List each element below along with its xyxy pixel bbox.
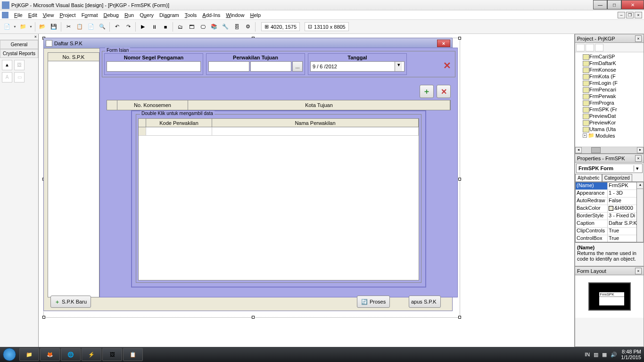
mdi-minimize[interactable]: –	[618, 12, 625, 18]
menu-run[interactable]: Run	[122, 11, 137, 19]
close-button[interactable]: ✕	[621, 0, 644, 9]
minimize-button[interactable]: —	[593, 0, 607, 9]
property-row[interactable]: BorderStyle3 - Fixed Di	[576, 213, 636, 220]
tree-item[interactable]: FrmSPK (Fr	[576, 106, 643, 113]
project-tree[interactable]: FrmCariSPFrmDaftarKFrmKonoseFrmKota (FFr…	[575, 52, 644, 147]
tb-redo[interactable]: ↷	[123, 22, 133, 32]
scroll-track[interactable]	[582, 147, 637, 153]
browse-button[interactable]: ...	[292, 61, 303, 72]
menu-project[interactable]: Project	[57, 11, 78, 19]
tb-toolbox[interactable]: 🔧	[220, 22, 231, 32]
vbform-window[interactable]: Daftar S.P.K × No. S.P.K Form Isian Nomo…	[43, 38, 453, 311]
scroll-right[interactable]: ▸	[637, 147, 644, 153]
tree-item[interactable]: FrmCariSP	[576, 53, 643, 60]
toolbox-tab-crystal[interactable]: Crystal Reports	[0, 49, 38, 58]
tb-copy[interactable]: 📋	[74, 22, 85, 32]
menu-edit[interactable]: Edit	[25, 11, 40, 19]
tool-label[interactable]: A	[2, 72, 12, 82]
spk-list[interactable]: No. S.P.K	[48, 52, 99, 297]
panel-close-icon[interactable]: ✕	[443, 60, 451, 71]
task-explorer[interactable]: 📁	[19, 348, 39, 361]
tray-volume-icon[interactable]: 🔊	[611, 352, 617, 358]
tb-properties[interactable]: 🗔	[186, 22, 197, 32]
menu-debug[interactable]: Debug	[100, 11, 121, 19]
menu-help[interactable]: Help	[247, 11, 264, 19]
tree-item[interactable]: FrmPencari	[576, 86, 643, 93]
tb-form-layout[interactable]: 🖵	[198, 22, 208, 32]
spk-baru-button[interactable]: ＋ S.P.K Baru	[50, 296, 91, 308]
property-row[interactable]: ClipControlsTrue	[576, 228, 636, 235]
input-nomor-segel[interactable]	[107, 61, 201, 72]
menu-window[interactable]: Window	[223, 11, 247, 19]
date-picker[interactable]: 9 / 6 /2012 ▾	[310, 61, 405, 72]
tool-picture[interactable]: 🖼	[14, 60, 25, 70]
tray-clock[interactable]: 8:48 PM 1/1/2015	[621, 349, 641, 360]
menu-view[interactable]: View	[40, 11, 57, 19]
form-close-button[interactable]: ×	[437, 40, 450, 47]
tb-stop[interactable]: ■	[160, 22, 171, 32]
tb-save[interactable]: 💾	[49, 22, 59, 32]
toggle-folders-button[interactable]	[595, 44, 603, 51]
task-chrome[interactable]: 🌐	[61, 348, 81, 361]
language-indicator[interactable]: IN	[585, 352, 590, 357]
task-vb[interactable]: 📋	[123, 348, 143, 361]
scroll-thumb[interactable]	[591, 147, 601, 153]
proses-button[interactable]: 🔄 Proses	[357, 296, 390, 308]
design-surface[interactable]: Daftar S.P.K × No. S.P.K Form Isian Nomo…	[39, 34, 574, 347]
property-row[interactable]: AutoRedrawFalse	[576, 197, 636, 205]
menu-diagram[interactable]: Diagram	[157, 11, 182, 19]
mdi-restore[interactable]: ❐	[626, 12, 634, 18]
tree-item[interactable]: FrmKota (F	[576, 73, 643, 80]
form-layout-close[interactable]: ×	[635, 268, 642, 274]
property-row[interactable]: Appearance1 - 3D	[576, 190, 636, 197]
tool-frame[interactable]: ▭	[14, 72, 25, 82]
start-button[interactable]	[0, 347, 19, 362]
tb-find[interactable]: 🔍	[97, 22, 107, 32]
task-winamp[interactable]: ⚡	[82, 348, 101, 361]
perwakilan-grid[interactable]: Kode Perwakilan Nama Perwakilan	[138, 118, 419, 280]
delete-button[interactable]: ✕	[437, 85, 451, 98]
tree-item[interactable]: Utama (Uta	[576, 126, 643, 132]
toolbox-tab-general[interactable]: General	[0, 40, 38, 49]
tree-item[interactable]: PreviewDat	[576, 113, 643, 119]
hapus-button[interactable]: apus S.P.K	[409, 296, 441, 308]
date-dropdown[interactable]: ▾	[395, 62, 402, 71]
tb-component[interactable]: ⚙	[243, 22, 253, 32]
property-row[interactable]: BackColor&H8000	[576, 205, 636, 213]
task-firefox[interactable]: 🦊	[40, 348, 60, 361]
tree-item[interactable]: FrmPerwak	[576, 93, 643, 99]
tb-open[interactable]: 📂	[37, 22, 48, 32]
menu-tools[interactable]: Tools	[182, 11, 200, 19]
menu-file[interactable]: File	[11, 11, 25, 19]
input-perwakilan-1[interactable]	[208, 61, 249, 72]
tb-project-explorer[interactable]: 🗂	[175, 22, 185, 32]
tree-item[interactable]: FrmKonose	[576, 66, 643, 73]
tray-flag-icon[interactable]: ▥	[594, 352, 598, 358]
tool-pointer[interactable]: ▲	[2, 60, 12, 70]
view-object-button[interactable]	[586, 44, 594, 51]
tree-item[interactable]: FrmDaftarK	[576, 60, 643, 66]
mdi-close[interactable]: ×	[635, 12, 642, 18]
tb-paste[interactable]: 📄	[86, 22, 96, 32]
tab-alphabetic[interactable]: Alphabetic	[575, 174, 602, 181]
tree-item[interactable]: FrmProgra	[576, 99, 643, 106]
property-row[interactable]: CaptionDaftar S.P.K	[576, 220, 636, 228]
tab-categorized[interactable]: Categorized	[602, 174, 632, 181]
maximize-button[interactable]: □	[607, 0, 621, 9]
tb-data-view[interactable]: 🗄	[231, 22, 242, 32]
system-menu-icon[interactable]	[2, 12, 8, 18]
add-button[interactable]: ＋	[420, 85, 434, 98]
object-selector[interactable]: FrmSPK Form ▾	[576, 164, 643, 173]
toolbox-close[interactable]: ×	[0, 34, 38, 40]
tb-object-browser[interactable]: 📚	[209, 22, 219, 32]
tb-add-project[interactable]: 📁	[18, 22, 28, 32]
task-app1[interactable]: 🖼	[102, 348, 122, 361]
property-row[interactable]: (Name)FrmSPK	[576, 182, 636, 190]
menu-addins[interactable]: Add-Ins	[199, 11, 223, 19]
menu-query[interactable]: Query	[137, 11, 157, 19]
tb-cut[interactable]: ✂	[63, 22, 74, 32]
tree-folder-modules[interactable]: + 📁 Modules	[576, 132, 643, 139]
scroll-left[interactable]: ◂	[575, 147, 582, 153]
view-code-button[interactable]	[576, 44, 585, 51]
tb-run[interactable]: ▶	[138, 22, 148, 32]
